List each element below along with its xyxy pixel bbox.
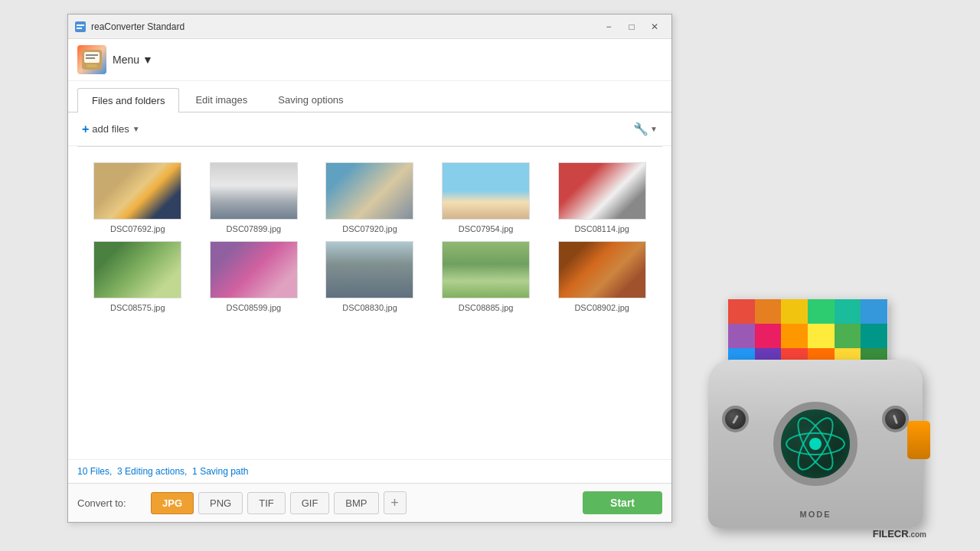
add-plus-icon: + [82,122,89,136]
list-item[interactable]: DSC07954.jpg [432,162,541,233]
format-gif-button[interactable]: GIF [290,492,330,514]
file-name: DSC08830.jpg [342,303,397,312]
window-title: reaConverter Standard [91,21,185,32]
settings-dropdown-icon: ▼ [650,125,658,133]
thumbnail [558,162,646,220]
list-item[interactable]: DSC08885.jpg [432,241,541,312]
thumbnail [93,162,181,220]
orange-accent [907,421,930,459]
list-item[interactable]: DSC07899.jpg [200,162,309,233]
list-item[interactable]: DSC08114.jpg [547,162,656,233]
thumbnail [325,241,413,298]
list-item[interactable]: DSC08902.jpg [547,241,656,312]
title-bar-left: reaConverter Standard [74,21,185,33]
file-name: DSC08885.jpg [459,303,514,312]
file-name: DSC07692.jpg [110,224,165,233]
list-item[interactable]: DSC08599.jpg [200,241,309,312]
main-window: reaConverter Standard − □ ✕ Menu ▼ Files… [67,14,672,523]
minimize-button[interactable]: − [598,18,619,36]
file-name: DSC08599.jpg [227,303,282,312]
tab-saving[interactable]: Saving options [263,87,358,112]
thumbnail [210,162,298,220]
title-bar-controls: − □ ✕ [598,18,665,36]
status-bar: 10 Files, 3 Editing actions, 1 Saving pa… [68,459,671,483]
file-name: DSC08575.jpg [110,303,165,312]
app-title-icon [74,21,87,33]
svg-rect-1 [77,24,84,26]
app-decoration: MODE FILECR.com [697,283,934,543]
file-name: DSC07920.jpg [342,224,397,233]
file-name: DSC08114.jpg [574,224,629,233]
file-name: DSC07899.jpg [227,224,282,233]
toolbar: Menu ▼ [68,39,671,81]
start-button[interactable]: Start [583,491,662,514]
svg-rect-0 [75,21,86,32]
convert-bar: Convert to: JPG PNG TIF GIF BMP + Start [68,483,671,522]
action-bar: + add files ▼ 🔧 ▼ [68,112,671,146]
svg-rect-6 [86,57,95,59]
title-bar: reaConverter Standard − □ ✕ [68,15,671,39]
files-count: 10 Files, 3 Editing actions, 1 Saving pa… [77,466,249,477]
svg-rect-2 [77,28,82,29]
thumbnail [325,162,413,220]
menu-arrow-icon: ▼ [142,54,153,66]
palette-illustration: MODE FILECR.com [708,298,923,528]
add-files-label: add files [92,123,129,135]
machine-body: MODE [708,360,923,528]
tab-edit[interactable]: Edit images [181,87,262,112]
menu-button[interactable]: Menu ▼ [106,51,159,69]
right-knob [882,406,909,432]
menu-label: Menu [113,54,139,66]
format-add-button[interactable]: + [384,491,407,514]
left-knob [722,406,749,432]
thumbnail [210,241,298,298]
thumbnail [442,162,530,220]
format-tif-button[interactable]: TIF [247,492,286,514]
svg-point-11 [809,438,822,450]
tab-files[interactable]: Files and folders [77,88,179,112]
app-logo [77,45,106,74]
add-files-button[interactable]: + add files ▼ [77,119,145,139]
machine-screen [773,402,858,486]
file-name: DSC08902.jpg [574,303,629,312]
settings-button[interactable]: 🔧 ▼ [629,119,662,139]
list-item[interactable]: DSC08575.jpg [83,241,192,312]
thumbnail [558,241,646,298]
thumbnail [93,241,181,298]
format-jpg-button[interactable]: JPG [151,492,194,514]
format-bmp-button[interactable]: BMP [334,492,378,514]
add-files-dropdown-icon: ▼ [132,125,140,133]
close-button[interactable]: ✕ [644,18,665,36]
filecr-badge: FILECR.com [873,528,926,540]
list-item[interactable]: DSC07920.jpg [315,162,424,233]
convert-label: Convert to: [77,497,146,509]
maximize-button[interactable]: □ [621,18,642,36]
file-name: DSC07954.jpg [459,224,514,233]
list-item[interactable]: DSC07692.jpg [83,162,192,233]
mode-label: MODE [800,510,831,519]
thumbnail [442,241,530,298]
file-grid: DSC07692.jpg DSC07899.jpg DSC07920.jpg D… [68,147,671,459]
list-item[interactable]: DSC08830.jpg [315,241,424,312]
format-png-button[interactable]: PNG [198,492,243,514]
wrench-icon: 🔧 [633,122,648,136]
svg-rect-5 [86,54,98,56]
svg-rect-7 [87,64,97,67]
tabs-bar: Files and folders Edit images Saving opt… [68,81,671,112]
